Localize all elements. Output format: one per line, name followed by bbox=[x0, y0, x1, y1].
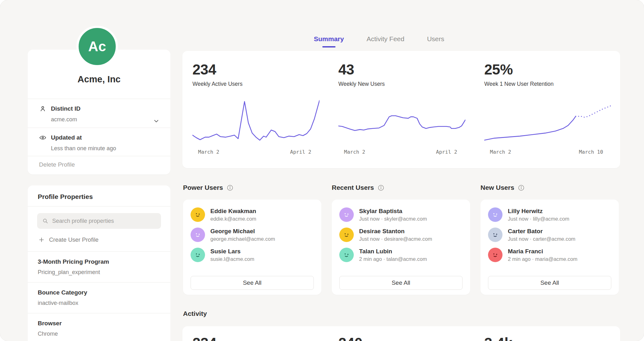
user-avatar bbox=[339, 228, 354, 242]
x-tick: March 2 bbox=[344, 149, 365, 155]
x-tick: April 2 bbox=[436, 149, 457, 155]
x-tick: March 2 bbox=[198, 149, 219, 155]
user-avatar bbox=[191, 228, 205, 242]
tab-activity-feed[interactable]: Activity Feed bbox=[367, 35, 404, 47]
face-icon bbox=[491, 210, 500, 219]
info-icon[interactable] bbox=[518, 184, 525, 191]
property-row: 3-Month Pricing Program Pricing_plan_exp… bbox=[38, 258, 160, 276]
recent-users-card: Skylar Baptista Just now · skyler@acme.c… bbox=[332, 200, 470, 295]
user-name: Carter Bator bbox=[508, 228, 575, 235]
chevron-down-icon[interactable] bbox=[153, 118, 160, 124]
field-value: Less than one minute ago bbox=[39, 145, 161, 152]
list-item[interactable]: Lilly Herwitz Just now · lilly@acme.com bbox=[488, 207, 611, 222]
activity-stat: 240 bbox=[338, 334, 363, 341]
user-avatar bbox=[339, 248, 354, 262]
info-icon[interactable] bbox=[377, 184, 385, 191]
company-avatar: Ac bbox=[76, 26, 118, 67]
x-tick: March 2 bbox=[490, 149, 511, 155]
main-tabs: Summary Activity Feed Users bbox=[314, 35, 444, 47]
user-detail: susie.l@acme.com bbox=[210, 256, 254, 262]
list-item[interactable]: Desirae Stanton Just now · desirare@acme… bbox=[339, 228, 463, 242]
person-icon bbox=[39, 105, 47, 113]
user-detail: Just now · skyler@acme.com bbox=[359, 216, 427, 222]
property-label: Browser bbox=[38, 320, 160, 327]
search-profile-properties[interactable] bbox=[37, 213, 161, 229]
user-detail: george.michael@acme.com bbox=[210, 236, 275, 242]
user-avatar bbox=[339, 207, 354, 222]
user-name: Desirae Stanton bbox=[359, 228, 432, 235]
see-all-button[interactable]: See All bbox=[339, 276, 463, 290]
search-icon bbox=[42, 217, 48, 224]
stat-value: 43 bbox=[338, 61, 465, 78]
see-all-button[interactable]: See All bbox=[191, 276, 314, 290]
face-icon bbox=[491, 230, 500, 239]
property-label: Bounce Category bbox=[38, 289, 160, 296]
list-item[interactable]: Carter Bator Just now · carter@acme.com bbox=[488, 228, 611, 242]
activity-card: 234 240 3.4k bbox=[182, 326, 620, 341]
weekly-new-users-chart bbox=[338, 97, 465, 148]
list-item[interactable]: Maria Franci 2 min ago · maria@acme.com bbox=[488, 248, 611, 262]
profile-summary-card: Acme, Inc Distinct ID acme.com Updated a… bbox=[28, 50, 170, 174]
property-row: Browser Chrome bbox=[38, 320, 160, 337]
new-users-card: Lilly Herwitz Just now · lilly@acme.com … bbox=[480, 200, 619, 295]
x-tick: March 10 bbox=[579, 149, 603, 155]
search-input[interactable] bbox=[52, 218, 156, 224]
plus-icon bbox=[38, 237, 45, 243]
company-name: Acme, Inc bbox=[28, 74, 170, 85]
stat-week1-retention: 25% Week 1 New User Retention March 2 Ma… bbox=[474, 51, 620, 168]
tab-summary[interactable]: Summary bbox=[314, 35, 344, 47]
field-label: Distinct ID bbox=[51, 105, 80, 112]
property-label: 3-Month Pricing Program bbox=[38, 258, 160, 265]
property-row: Bounce Category inactive-mailbox bbox=[38, 289, 160, 306]
profile-dashboard: Ac Acme, Inc Distinct ID acme.com Upda bbox=[0, 0, 644, 341]
user-name: Talan Lubin bbox=[359, 248, 427, 255]
x-tick: April 2 bbox=[290, 149, 311, 155]
user-avatar bbox=[488, 248, 502, 262]
power-users-card: Eddie Kwakman eddie.k@acme.com George Mi… bbox=[183, 200, 321, 295]
face-icon bbox=[491, 250, 500, 260]
user-avatar bbox=[488, 207, 502, 222]
profile-properties-card: Profile Properties Create User Profile 3… bbox=[28, 185, 170, 341]
user-detail: Just now · carter@acme.com bbox=[508, 236, 575, 242]
user-name: Maria Franci bbox=[508, 248, 577, 255]
stat-label: Weekly Active Users bbox=[192, 81, 319, 87]
updated-at-row: Updated at Less than one minute ago bbox=[39, 134, 161, 152]
stat-label: Weekly New Users bbox=[338, 81, 465, 87]
activity-stat: 234 bbox=[192, 334, 217, 341]
delete-profile-button[interactable]: Delete Profile bbox=[39, 161, 75, 168]
user-name: Skylar Baptista bbox=[359, 208, 427, 215]
week1-retention-chart bbox=[484, 97, 611, 148]
power-users-header: Power Users bbox=[183, 184, 234, 191]
info-icon[interactable] bbox=[226, 184, 234, 191]
summary-stats-card: 234 Weekly Active Users March 2 April 2 … bbox=[182, 51, 620, 168]
profile-properties-title: Profile Properties bbox=[38, 193, 93, 201]
list-item[interactable]: George Michael george.michael@acme.com bbox=[191, 228, 314, 242]
property-value: Pricing_plan_experiment bbox=[38, 269, 160, 276]
create-user-profile-button[interactable]: Create User Profile bbox=[38, 236, 98, 243]
user-detail: Just now · lilly@acme.com bbox=[508, 216, 569, 222]
face-icon bbox=[193, 250, 203, 260]
user-detail: 2 min ago · maria@acme.com bbox=[508, 256, 577, 262]
recent-users-header: Recent Users bbox=[332, 184, 385, 191]
face-icon bbox=[193, 210, 203, 219]
face-icon bbox=[342, 250, 351, 260]
field-label: Updated at bbox=[51, 134, 82, 141]
user-detail: Just now · desirare@acme.com bbox=[359, 236, 432, 242]
list-item[interactable]: Eddie Kwakman eddie.k@acme.com bbox=[191, 207, 314, 222]
user-name: Lilly Herwitz bbox=[508, 208, 569, 215]
weekly-active-users-chart bbox=[192, 97, 319, 148]
activity-section-title: Activity bbox=[183, 310, 207, 317]
user-name: George Michael bbox=[210, 228, 275, 235]
list-item[interactable]: Susie Lars susie.l@acme.com bbox=[191, 248, 314, 262]
list-item[interactable]: Skylar Baptista Just now · skyler@acme.c… bbox=[339, 207, 463, 222]
user-name: Eddie Kwakman bbox=[210, 208, 256, 215]
stat-label: Week 1 New User Retention bbox=[484, 81, 611, 87]
see-all-button[interactable]: See All bbox=[488, 276, 611, 290]
face-icon bbox=[193, 230, 203, 239]
list-item[interactable]: Talan Lubin 2 min ago · talan@acme.com bbox=[339, 248, 463, 262]
distinct-id-row[interactable]: Distinct ID acme.com bbox=[39, 105, 161, 123]
user-avatar bbox=[191, 207, 205, 222]
tab-users[interactable]: Users bbox=[427, 35, 444, 47]
property-value: inactive-mailbox bbox=[38, 300, 160, 306]
field-value: acme.com bbox=[39, 116, 161, 123]
